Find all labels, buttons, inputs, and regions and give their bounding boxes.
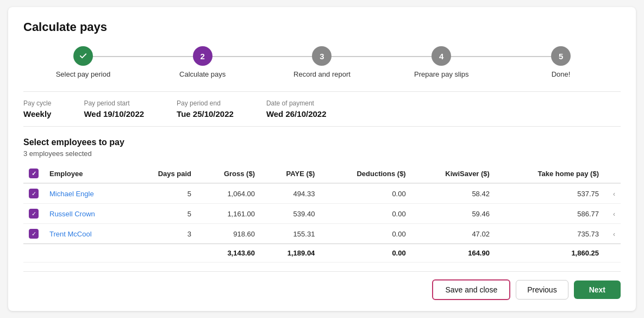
row1-employee-link[interactable]: Michael Engle (49, 190, 94, 198)
totals-kiwisaver: 164.90 (411, 244, 495, 263)
row3-checkbox[interactable]: ✓ (23, 224, 44, 244)
date-of-payment: Date of payment Wed 26/10/2022 (266, 99, 327, 119)
table-row: ✓ Michael Engle 5 1,064.00 494.33 0.00 5… (23, 183, 621, 204)
pay-info: Pay cycle Weekly Pay period start Wed 19… (23, 91, 621, 127)
row1-takehome: 537.75 (495, 183, 604, 204)
col-expand (604, 164, 621, 183)
previous-button[interactable]: Previous (516, 280, 568, 300)
col-paye: PAYE ($) (260, 164, 320, 183)
totals-row: 3,143.60 1,189.04 0.00 164.90 1,860.25 (23, 244, 621, 263)
row1-paye: 494.33 (260, 183, 320, 204)
pay-period-end-label: Pay period end (177, 99, 234, 107)
row1-chevron-icon: ‹ (613, 190, 615, 198)
row1-deductions: 0.00 (320, 183, 411, 204)
row2-takehome: 586.77 (495, 204, 604, 224)
employees-table: ✓ Employee Days paid Gross ($) PAYE ($) … (23, 164, 621, 263)
step-2-label: Calculate pays (179, 70, 226, 78)
table-row: ✓ Russell Crown 5 1,161.00 539.40 0.00 5… (23, 204, 621, 224)
row3-expand[interactable]: ‹ (604, 224, 621, 244)
step-3-label: Record and report (293, 70, 351, 78)
row3-employee-link[interactable]: Trent McCool (49, 230, 92, 238)
next-button[interactable]: Next (574, 280, 621, 299)
col-deductions: Deductions ($) (320, 164, 411, 183)
pay-period-end-value: Tue 25/10/2022 (177, 109, 234, 119)
row3-chevron-icon: ‹ (613, 230, 615, 238)
step-prepare-pay-slips: 4 Prepare pay slips (382, 46, 501, 78)
row3-cb-icon: ✓ (29, 229, 39, 239)
row1-cb-icon: ✓ (29, 189, 39, 198)
pay-cycle-value: Weekly (23, 109, 51, 119)
row2-expand[interactable]: ‹ (604, 204, 621, 224)
totals-expand-cell (604, 244, 621, 263)
row1-name: Michael Engle (44, 183, 130, 204)
footer: Save and close Previous Next (23, 271, 621, 300)
row3-days: 3 (130, 224, 197, 244)
pay-cycle-label: Pay cycle (23, 99, 51, 107)
row1-kiwisaver: 58.42 (411, 183, 495, 204)
step-1-circle (73, 46, 93, 66)
pay-period-start-label: Pay period start (84, 99, 144, 107)
row2-checkbox[interactable]: ✓ (23, 204, 44, 224)
row2-name: Russell Crown (44, 204, 130, 224)
row3-takehome: 735.73 (495, 224, 604, 244)
row3-deductions: 0.00 (320, 224, 411, 244)
employees-count: 3 employees selected (23, 149, 621, 158)
col-days-paid: Days paid (130, 164, 197, 183)
row2-days: 5 (130, 204, 197, 224)
date-of-payment-label: Date of payment (266, 99, 327, 107)
col-gross: Gross ($) (197, 164, 260, 183)
row1-days: 5 (130, 183, 197, 204)
step-5-circle: 5 (551, 46, 571, 66)
date-of-payment-value: Wed 26/10/2022 (266, 109, 327, 119)
totals-cb-cell (23, 244, 44, 263)
row1-expand[interactable]: ‹ (604, 183, 621, 204)
row1-checkbox[interactable]: ✓ (23, 183, 44, 204)
row2-paye: 539.40 (260, 204, 320, 224)
step-4-circle: 4 (432, 46, 451, 66)
col-kiwisaver: KiwiSaver ($) (411, 164, 495, 183)
row3-paye: 155.31 (260, 224, 320, 244)
step-done: 5 Done! (501, 46, 621, 78)
row1-gross: 1,064.00 (197, 183, 260, 204)
totals-paye: 1,189.04 (260, 244, 320, 263)
pay-period-start-value: Wed 19/10/2022 (84, 109, 144, 119)
main-card: Calculate pays Select pay period 2 Calcu… (8, 7, 636, 311)
step-5-label: Done! (552, 70, 571, 78)
pay-period-start: Pay period start Wed 19/10/2022 (84, 99, 144, 119)
row2-deductions: 0.00 (320, 204, 411, 224)
row2-cb-icon: ✓ (29, 209, 39, 219)
totals-name-cell (44, 244, 130, 263)
row2-employee-link[interactable]: Russell Crown (49, 210, 95, 218)
step-record-and-report: 3 Record and report (262, 46, 382, 78)
stepper: Select pay period 2 Calculate pays 3 Rec… (23, 46, 621, 78)
row3-name: Trent McCool (44, 224, 130, 244)
totals-gross: 3,143.60 (197, 244, 260, 263)
table-row: ✓ Trent McCool 3 918.60 155.31 0.00 47.0… (23, 224, 621, 244)
step-1-label: Select pay period (56, 70, 110, 78)
employees-section: Select employees to pay 3 employees sele… (23, 138, 621, 263)
pay-period-end: Pay period end Tue 25/10/2022 (177, 99, 234, 119)
col-checkbox: ✓ (23, 164, 44, 183)
table-header-row: ✓ Employee Days paid Gross ($) PAYE ($) … (23, 164, 621, 183)
row2-chevron-icon: ‹ (613, 210, 615, 218)
save-and-close-button[interactable]: Save and close (432, 279, 510, 300)
step-select-pay-period: Select pay period (23, 46, 143, 78)
employees-section-title: Select employees to pay (23, 138, 621, 147)
row2-gross: 1,161.00 (197, 204, 260, 224)
step-calculate-pays: 2 Calculate pays (143, 46, 262, 78)
row3-kiwisaver: 47.02 (411, 224, 495, 244)
select-all-checkbox[interactable]: ✓ (29, 169, 39, 178)
pay-cycle: Pay cycle Weekly (23, 99, 51, 119)
step-4-label: Prepare pay slips (414, 70, 468, 78)
col-employee: Employee (44, 164, 130, 183)
col-takehome: Take home pay ($) (495, 164, 604, 183)
totals-deductions: 0.00 (320, 244, 411, 263)
row3-gross: 918.60 (197, 224, 260, 244)
step-2-circle: 2 (193, 46, 212, 66)
totals-takehome: 1,860.25 (495, 244, 604, 263)
page-title: Calculate pays (23, 20, 621, 34)
step-3-circle: 3 (312, 46, 332, 66)
row2-kiwisaver: 59.46 (411, 204, 495, 224)
totals-days-cell (130, 244, 197, 263)
